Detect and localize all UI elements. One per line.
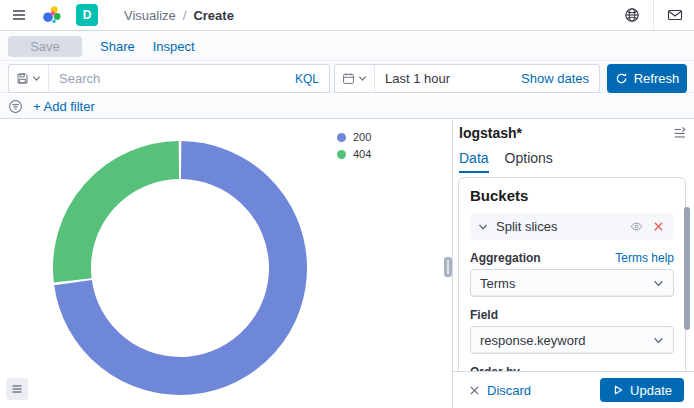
filter-options-icon[interactable] [8,99,23,114]
chevron-down-icon [653,278,664,289]
mail-icon [667,7,683,23]
legend-item-404[interactable]: 404 [337,148,371,160]
breadcrumb-create: Create [193,8,233,23]
terms-help-link[interactable]: Terms help [615,251,674,265]
vis-editor-panel: logstash* Data Options Buckets Split sli… [452,120,694,408]
toggle-visibility-button[interactable] [628,218,645,235]
field-label: Field [470,308,498,322]
globe-icon [624,7,640,23]
legend-item-200[interactable]: 200 [337,131,371,143]
date-picker: Last 1 hour Show dates [334,64,600,93]
split-slices-accordion[interactable]: Split slices [470,213,674,240]
update-label: Update [630,383,672,398]
discard-label: Discard [487,383,531,398]
kibana-app: D Visualize / Create Save Share Inspect [0,0,694,408]
saved-query-menu[interactable] [9,65,49,92]
query-language-switcher[interactable]: KQL [285,72,329,86]
aggregation-select[interactable]: Terms [470,269,674,297]
time-range-value[interactable]: Last 1 hour [375,71,521,86]
date-quick-menu[interactable] [335,65,375,92]
show-dates-button[interactable]: Show dates [521,71,599,86]
play-icon [612,384,624,396]
search-bar: KQL [8,64,330,93]
collapse-panel-button[interactable] [671,124,689,142]
cross-icon [653,221,664,232]
legend-label-200: 200 [353,131,371,143]
share-button[interactable]: Share [100,39,135,54]
menu-button[interactable] [4,0,34,30]
list-icon [11,383,23,395]
aggregation-label: Aggregation [470,251,541,265]
elastic-logo-icon[interactable] [42,5,62,25]
chevron-down-icon [653,335,664,346]
index-pattern-title: logstash* [459,125,522,141]
field-value: response.keyword [480,333,653,348]
eye-icon [630,220,643,233]
panel-scrollbar[interactable] [684,207,690,330]
search-input[interactable] [49,71,285,86]
chart-legend: 200 404 [337,131,371,160]
discard-button[interactable]: Discard [469,383,531,398]
editor-footer: Discard Update [452,371,694,408]
update-button[interactable]: Update [600,378,684,402]
donut-chart[interactable] [0,123,380,408]
breadcrumb-visualize[interactable]: Visualize [124,8,176,23]
query-bar-row: KQL Last 1 hour Show dates Refresh [0,62,694,93]
help-button[interactable] [617,0,647,30]
refresh-label: Refresh [634,71,680,86]
header-divider [653,0,654,30]
chevron-down-icon [478,222,488,232]
tab-data[interactable]: Data [459,150,489,173]
remove-bucket-button[interactable] [651,219,666,234]
header-actions [617,0,694,30]
save-query-icon [16,72,29,85]
field-select[interactable]: response.keyword [470,326,674,354]
visualization-area: 200 404 [0,120,452,408]
filter-bar: + Add filter [0,94,694,119]
legend-dot-404 [337,150,346,159]
aggregation-value: Terms [480,276,653,291]
breadcrumb-separator: / [183,8,187,23]
header-bar: D Visualize / Create [0,0,694,31]
chevron-down-icon [358,74,367,83]
inspect-button[interactable]: Inspect [153,39,195,54]
refresh-icon [615,72,628,85]
tab-options[interactable]: Options [505,150,553,173]
top-nav-menu: Save Share Inspect [0,32,694,61]
split-slices-label: Split slices [496,219,628,234]
refresh-button[interactable]: Refresh [607,64,687,93]
legend-toggle-button[interactable] [6,378,28,400]
save-button[interactable]: Save [8,36,82,57]
cross-icon [469,385,480,396]
hamburger-icon [11,7,27,23]
panel-resize-handle[interactable] [444,257,452,277]
editor-tabs: Data Options [459,150,553,173]
breadcrumb: Visualize / Create [124,8,234,23]
newsfeed-button[interactable] [660,0,690,30]
buckets-section-title: Buckets [470,187,674,204]
legend-dot-200 [337,133,346,142]
space-avatar[interactable]: D [76,4,98,26]
chevron-down-icon [32,74,41,83]
add-filter-button[interactable]: + Add filter [33,99,95,114]
legend-label-404: 404 [353,148,371,160]
calendar-icon [342,72,355,85]
panel-header: logstash* [459,124,689,142]
menu-right-icon [673,126,687,140]
